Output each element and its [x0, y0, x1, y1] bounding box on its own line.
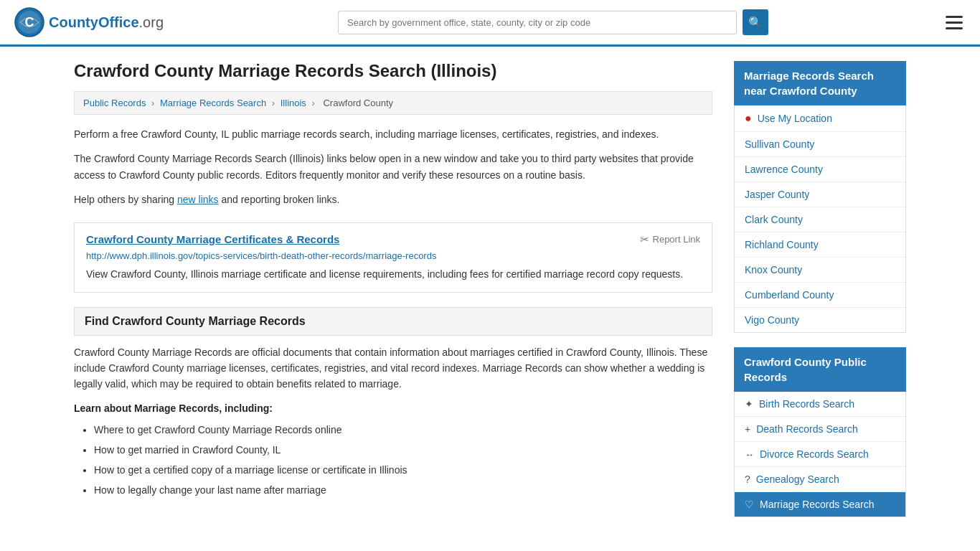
breadcrumb-sep: › — [312, 98, 315, 108]
sidebar-genealogy[interactable]: ? Genealogy Search — [735, 467, 905, 492]
sullivan-county-link[interactable]: Sullivan County — [745, 138, 814, 150]
logo[interactable]: C CountyOffice.org — [14, 7, 164, 37]
search-icon: 🔍 — [748, 16, 763, 29]
breadcrumb-current: Crawford County — [323, 98, 393, 108]
sidebar-item-jasper[interactable]: Jasper County — [735, 182, 905, 207]
death-icon: + — [745, 423, 750, 435]
marriage-records-link[interactable]: Marriage Records Search — [760, 499, 875, 510]
breadcrumb-public-records[interactable]: Public Records — [83, 98, 146, 108]
record-card-desc: View Crawford County, Illinois marriage … — [86, 267, 700, 282]
public-records-section: Crawford County Public Records ✦ Birth R… — [734, 347, 906, 517]
desc3-prefix: Help others by sharing — [74, 194, 177, 205]
sidebar-item-sullivan[interactable]: Sullivan County — [735, 132, 905, 157]
birth-records-link[interactable]: Birth Records Search — [759, 398, 854, 410]
bullet-item: How to get married in Crawford County, I… — [94, 440, 712, 460]
divorce-icon: ↔ — [745, 449, 754, 460]
bullet-item: How to get a certified copy of a marriag… — [94, 460, 712, 480]
marriage-icon: ♡ — [745, 499, 754, 510]
desc3-suffix: and reporting broken links. — [219, 194, 340, 205]
nearby-section: Marriage Records Search near Crawford Co… — [734, 61, 906, 333]
sidebar-divorce-records[interactable]: ↔ Divorce Records Search — [735, 442, 905, 467]
sidebar-use-location[interactable]: ● Use My Location — [735, 105, 905, 132]
clark-county-link[interactable]: Clark County — [745, 214, 803, 225]
breadcrumb: Public Records › Marriage Records Search… — [74, 91, 712, 115]
breadcrumb-marriage-records[interactable]: Marriage Records Search — [160, 98, 266, 108]
search-area: 🔍 — [338, 9, 768, 35]
sidebar: Marriage Records Search near Crawford Co… — [734, 61, 906, 532]
record-url-link[interactable]: http://www.dph.illinois.gov/topics-servi… — [86, 250, 436, 261]
knox-county-link[interactable]: Knox County — [745, 264, 802, 276]
record-card-header: Crawford County Marriage Certificates & … — [86, 233, 700, 246]
logo-text: CountyOffice.org — [49, 14, 164, 31]
use-location-label[interactable]: Use My Location — [758, 113, 832, 124]
page-title: Crawford County Marriage Records Search … — [74, 61, 712, 81]
lawrence-county-link[interactable]: Lawrence County — [745, 164, 823, 175]
site-header: C CountyOffice.org 🔍 — [0, 0, 980, 47]
breadcrumb-illinois[interactable]: Illinois — [281, 98, 306, 108]
genealogy-link[interactable]: Genealogy Search — [756, 474, 839, 485]
bullet-item: How to legally change your last name aft… — [94, 480, 712, 500]
sidebar-item-knox[interactable]: Knox County — [735, 258, 905, 283]
logo-icon: C — [14, 7, 44, 37]
hamburger-line — [946, 16, 963, 18]
breadcrumb-sep: › — [272, 98, 275, 108]
sidebar-item-clark[interactable]: Clark County — [735, 207, 905, 232]
description-2: The Crawford County Marriage Records Sea… — [74, 151, 712, 183]
sidebar-birth-records[interactable]: ✦ Birth Records Search — [735, 392, 905, 417]
nearby-section-title: Marriage Records Search near Crawford Co… — [744, 70, 874, 97]
search-input[interactable] — [338, 11, 737, 34]
description-1: Perform a free Crawford County, IL publi… — [74, 126, 712, 142]
menu-button[interactable] — [943, 13, 966, 32]
find-section-header: Find Crawford County Marriage Records — [74, 307, 712, 336]
genealogy-icon: ? — [745, 474, 750, 485]
cumberland-county-link[interactable]: Cumberland County — [745, 289, 834, 301]
public-records-header: Crawford County Public Records — [734, 347, 906, 392]
search-button[interactable]: 🔍 — [743, 9, 768, 35]
hamburger-line — [946, 27, 963, 29]
new-links-link[interactable]: new links — [177, 194, 219, 205]
breadcrumb-sep: › — [151, 98, 154, 108]
death-records-link[interactable]: Death Records Search — [756, 423, 858, 435]
description-3: Help others by sharing new links and rep… — [74, 192, 712, 207]
birth-icon: ✦ — [745, 398, 753, 410]
sidebar-item-cumberland[interactable]: Cumberland County — [735, 283, 905, 308]
record-card-title[interactable]: Crawford County Marriage Certificates & … — [86, 233, 339, 245]
public-records-list: ✦ Birth Records Search + Death Records S… — [734, 392, 906, 517]
learn-title: Learn about Marriage Records, including: — [74, 402, 712, 414]
record-card-url[interactable]: http://www.dph.illinois.gov/topics-servi… — [86, 250, 700, 261]
sidebar-death-records[interactable]: + Death Records Search — [735, 417, 905, 442]
nearby-section-header: Marriage Records Search near Crawford Co… — [734, 61, 906, 105]
find-section-body: Crawford County Marriage Records are off… — [74, 344, 712, 392]
report-link-label: Report Link — [653, 234, 700, 245]
scissors-icon: ✂ — [640, 233, 649, 246]
location-icon: ● — [745, 112, 752, 125]
public-records-title: Crawford County Public Records — [744, 356, 867, 383]
sidebar-item-lawrence[interactable]: Lawrence County — [735, 157, 905, 182]
main-container: Crawford County Marriage Records Search … — [60, 47, 920, 546]
sidebar-item-richland[interactable]: Richland County — [735, 232, 905, 258]
find-section-title: Find Crawford County Marriage Records — [85, 315, 702, 328]
sidebar-marriage-records[interactable]: ♡ Marriage Records Search — [735, 492, 905, 517]
bullet-list: Where to get Crawford County Marriage Re… — [74, 420, 712, 500]
bullet-item: Where to get Crawford County Marriage Re… — [94, 420, 712, 440]
divorce-records-link[interactable]: Divorce Records Search — [760, 448, 869, 460]
vigo-county-link[interactable]: Vigo County — [745, 314, 799, 326]
hamburger-line — [946, 22, 963, 24]
jasper-county-link[interactable]: Jasper County — [745, 189, 809, 200]
richland-county-link[interactable]: Richland County — [745, 239, 819, 250]
record-card: Crawford County Marriage Certificates & … — [74, 222, 712, 293]
report-link[interactable]: ✂ Report Link — [640, 233, 700, 246]
nearby-list: ● Use My Location Sullivan County Lawren… — [734, 105, 906, 333]
main-content: Crawford County Marriage Records Search … — [74, 61, 712, 532]
sidebar-item-vigo[interactable]: Vigo County — [735, 308, 905, 332]
